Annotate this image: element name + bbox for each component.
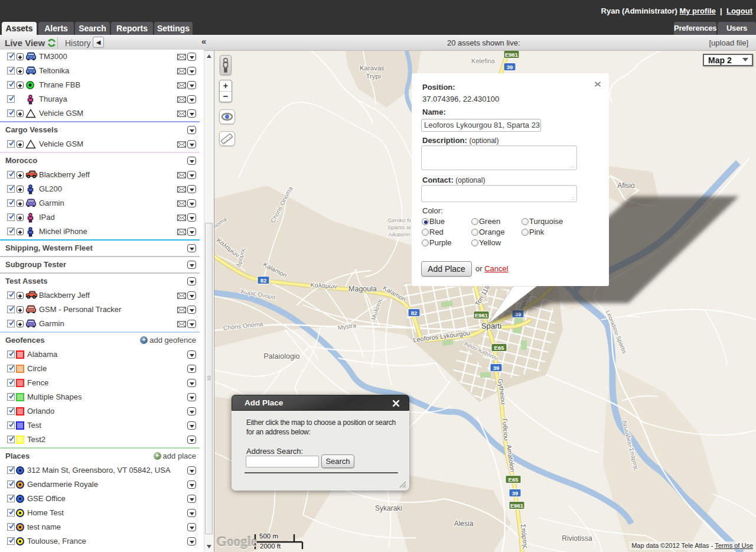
- svg-text:E961: E961: [505, 51, 519, 58]
- svg-text:39: 39: [493, 365, 500, 371]
- svg-text:Palaiologio: Palaiologio: [263, 352, 299, 361]
- svg-text:39: 39: [507, 64, 513, 70]
- svg-text:E65: E65: [509, 476, 519, 483]
- svg-text:2000 ft: 2000 ft: [260, 543, 281, 550]
- svg-text:Alesia: Alesia: [454, 519, 474, 528]
- svg-text:E961: E961: [475, 312, 488, 319]
- svg-text:Γυθείου: Γυθείου: [501, 418, 510, 441]
- svg-text:500 m: 500 m: [259, 532, 278, 540]
- svg-text:Καλαμών: Καλαμών: [310, 281, 338, 290]
- svg-text:39: 39: [512, 490, 519, 496]
- svg-text:Trypi: Trypi: [366, 73, 380, 80]
- svg-text:E65: E65: [494, 345, 505, 351]
- svg-text:Geniko N: Geniko N: [387, 217, 411, 223]
- svg-text:Sykaraki: Sykaraki: [375, 504, 402, 512]
- svg-text:Riviotissa: Riviotissa: [562, 534, 592, 543]
- svg-text:Spartis Ie: Spartis Ie: [387, 224, 411, 230]
- svg-text:Sparti: Sparti: [481, 322, 502, 330]
- svg-text:Kelefina: Kelefina: [471, 57, 496, 64]
- svg-text:Karavas: Karavas: [360, 64, 384, 72]
- svg-text:82: 82: [411, 310, 418, 316]
- svg-text:Magoula: Magoula: [348, 285, 377, 293]
- svg-text:Afisio: Afisio: [617, 181, 635, 190]
- svg-text:Aikaterin: Aikaterin: [389, 231, 410, 238]
- svg-text:82: 82: [260, 277, 267, 284]
- svg-text:E961: E961: [510, 502, 524, 509]
